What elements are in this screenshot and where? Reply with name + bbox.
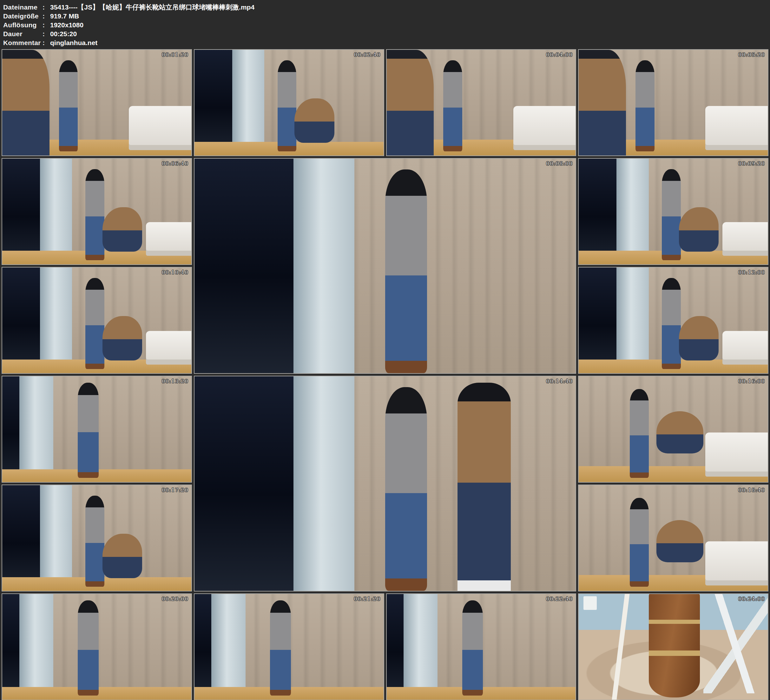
pillar xyxy=(232,50,264,156)
info-value-resolution: 1920x1080 xyxy=(50,21,83,29)
video-thumbnail: 00:05:20 xyxy=(578,49,768,156)
woman-figure xyxy=(630,389,649,478)
man-figure xyxy=(102,316,142,360)
video-thumbnail: 00:18:40 xyxy=(578,484,768,591)
info-value-filesize: 919.7 MB xyxy=(50,12,79,21)
pillar xyxy=(616,159,649,264)
info-value-duration: 00:25:20 xyxy=(50,29,77,38)
woman-figure xyxy=(662,169,681,260)
video-thumbnail: 00:10:40 xyxy=(2,267,192,374)
bed xyxy=(146,331,191,365)
timestamp-overlay: 00:09:20 xyxy=(738,160,765,167)
window-dark-area xyxy=(194,159,297,373)
scene-shape xyxy=(704,594,768,694)
man-figure xyxy=(386,50,434,156)
timestamp-overlay: 00:10:40 xyxy=(162,269,188,275)
timestamp-overlay: 00:04:00 xyxy=(546,52,573,58)
timestamp-overlay: 00:13:20 xyxy=(162,378,188,384)
video-thumbnail: 00:09:20 xyxy=(578,158,768,265)
info-label: Auflösung xyxy=(3,21,42,29)
window-dark-area xyxy=(584,596,597,610)
man-figure xyxy=(657,411,704,454)
video-thumbnail: 00:13:20 xyxy=(2,376,192,483)
timestamp-overlay: 00:05:20 xyxy=(738,52,765,58)
woman-figure xyxy=(636,60,655,151)
pillar xyxy=(19,376,53,482)
pillar xyxy=(404,594,437,700)
woman-figure xyxy=(85,278,104,369)
timestamp-overlay: 00:18:40 xyxy=(738,487,765,493)
video-thumbnail: 00:06:40 xyxy=(2,158,192,265)
info-label: Kommentar xyxy=(3,38,42,47)
info-separator: : xyxy=(42,38,50,47)
file-info-header: Dateiname : 35413----【JS】【哈妮】牛仔裤长靴站立吊绑口球… xyxy=(0,0,770,49)
woman-figure xyxy=(270,600,291,695)
bed xyxy=(705,106,768,151)
thumbnail-grid: 00:01:2000:02:4000:04:0000:05:2000:06:40… xyxy=(2,49,768,700)
window-dark-area xyxy=(2,594,21,700)
woman-figure xyxy=(85,496,104,587)
woman-figure xyxy=(385,169,427,373)
pillar xyxy=(40,485,72,591)
video-thumbnail: 00:24:00 xyxy=(578,593,768,700)
info-label: Dateiname xyxy=(3,3,42,12)
info-row-filename: Dateiname : 35413----【JS】【哈妮】牛仔裤长靴站立吊绑口球… xyxy=(3,3,770,12)
window-dark-area xyxy=(387,594,406,700)
timestamp-overlay: 00:01:20 xyxy=(162,52,188,58)
info-value-filename: 35413----【JS】【哈妮】牛仔裤长靴站立吊绑口球堵嘴棒棒刺激.mp4 xyxy=(50,3,254,12)
window-dark-area xyxy=(194,50,236,156)
window-dark-area xyxy=(194,376,297,591)
timestamp-overlay: 00:14:40 xyxy=(546,378,573,384)
window-dark-area xyxy=(194,594,214,700)
woman-figure xyxy=(78,600,99,695)
man-figure xyxy=(2,50,50,156)
man-figure xyxy=(458,383,511,591)
bed xyxy=(722,222,768,256)
info-row-resolution: Auflösung : 1920x1080 xyxy=(3,21,770,29)
bed xyxy=(129,106,191,151)
timestamp-overlay: 00:08:00 xyxy=(546,160,573,167)
timestamp-overlay: 00:24:00 xyxy=(738,596,765,602)
man-figure xyxy=(657,520,704,562)
info-label: Dateigröße xyxy=(3,12,42,21)
window-dark-area xyxy=(2,159,44,264)
man-figure xyxy=(102,534,142,578)
timestamp-overlay: 00:06:40 xyxy=(162,160,188,167)
man-figure xyxy=(679,316,718,360)
window-dark-area xyxy=(579,267,620,373)
pillar xyxy=(293,376,354,591)
timestamp-overlay: 00:22:40 xyxy=(546,596,573,602)
video-thumbnail: 00:02:40 xyxy=(194,49,384,156)
window-dark-area xyxy=(2,485,44,591)
man-figure xyxy=(578,50,626,156)
video-thumbnail: 00:20:00 xyxy=(2,593,192,700)
woman-figure xyxy=(630,498,649,587)
video-thumbnail: 00:21:20 xyxy=(194,593,384,700)
video-thumbnail: 00:16:00 xyxy=(578,376,768,483)
pillar xyxy=(293,159,354,373)
info-value-comment: qinglanhua.net xyxy=(50,38,97,47)
timestamp-overlay: 00:12:00 xyxy=(738,269,765,275)
pillar xyxy=(616,267,649,373)
woman-figure xyxy=(78,383,99,478)
pillar xyxy=(211,594,245,700)
man-figure xyxy=(679,207,718,252)
info-separator: : xyxy=(42,21,50,29)
pillar xyxy=(19,594,53,700)
info-row-comment: Kommentar : qinglanhua.net xyxy=(3,38,770,47)
video-thumbnail: 00:04:00 xyxy=(386,49,576,156)
info-separator: : xyxy=(42,3,50,12)
woman-figure xyxy=(85,169,104,260)
bed xyxy=(146,222,191,256)
info-row-duration: Dauer : 00:25:20 xyxy=(3,29,770,38)
woman-figure xyxy=(385,387,427,591)
video-thumbnail: 00:14:40 xyxy=(194,376,576,591)
info-separator: : xyxy=(42,29,50,38)
timestamp-overlay: 00:16:00 xyxy=(738,378,765,384)
video-thumbnail: 00:08:00 xyxy=(194,158,576,374)
bed xyxy=(722,331,768,365)
info-separator: : xyxy=(42,12,50,21)
video-thumbnail: 00:12:00 xyxy=(578,267,768,374)
timestamp-overlay: 00:21:20 xyxy=(354,596,380,602)
pillar xyxy=(40,159,72,264)
